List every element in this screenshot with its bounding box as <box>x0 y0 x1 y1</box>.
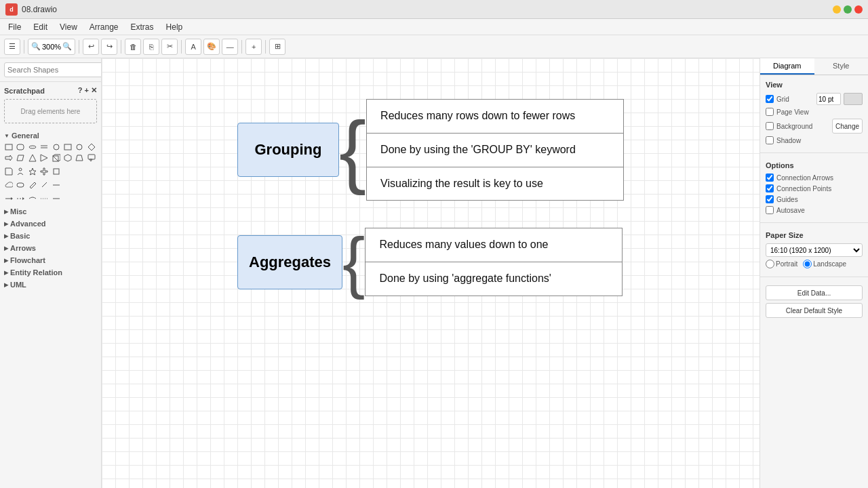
search-input[interactable] <box>4 62 102 77</box>
shape-rtri[interactable] <box>39 153 49 163</box>
shape-arrow3[interactable] <box>28 194 37 203</box>
copy-btn[interactable]: ⎘ <box>143 39 159 55</box>
grid-color-swatch[interactable] <box>844 93 863 105</box>
shape-rect3[interactable] <box>52 167 61 176</box>
redo-btn[interactable]: ↪ <box>101 39 117 55</box>
aggregates-item-1[interactable]: Done by using 'aggregate functions' <box>365 262 623 296</box>
shape-arrow1[interactable] <box>4 194 14 203</box>
shape-pencil[interactable] <box>28 180 37 190</box>
shape-term[interactable] <box>16 180 25 190</box>
delete-btn[interactable]: 🗑 <box>125 39 141 55</box>
maximize-btn[interactable] <box>844 5 852 14</box>
tab-style[interactable]: Style <box>814 58 869 75</box>
shape-rect2[interactable] <box>63 142 73 152</box>
background-change-btn[interactable]: Change <box>832 119 863 134</box>
shape-pen[interactable] <box>39 180 49 190</box>
paper-size-select[interactable]: 16:10 (1920 x 1200) <box>766 243 863 257</box>
pageview-checkbox[interactable] <box>766 108 774 116</box>
shape-callout[interactable] <box>87 153 96 163</box>
portrait-radio[interactable] <box>766 260 774 268</box>
shape-arrow-right[interactable] <box>4 153 14 163</box>
grouping-label[interactable]: Grouping <box>237 123 339 177</box>
shape-circle[interactable] <box>52 142 61 152</box>
svg-rect-8 <box>64 144 71 150</box>
grouping-item-0[interactable]: Reduces many rows down to fewer rows <box>366 99 624 134</box>
zoom-out-btn[interactable]: 🔍 <box>31 42 41 51</box>
scratchpad-header[interactable]: Scratchpad ? + ✕ <box>4 85 97 96</box>
clear-default-btn[interactable]: Clear Default Style <box>766 303 863 318</box>
line-btn[interactable]: — <box>222 39 238 55</box>
shape-note[interactable] <box>4 167 14 176</box>
edit-data-btn[interactable]: Edit Data... <box>766 285 863 300</box>
category-arrows[interactable]: Arrows <box>0 241 101 253</box>
minimize-btn[interactable] <box>833 5 841 14</box>
shape-arrow2[interactable] <box>16 194 25 203</box>
aggregates-label[interactable]: Aggregates <box>237 235 342 289</box>
shape-ellipse-h[interactable] <box>28 142 37 152</box>
grid-value-input[interactable] <box>816 93 841 105</box>
category-basic[interactable]: Basic <box>0 229 101 241</box>
shape-arrow4[interactable] <box>39 194 49 203</box>
cut-btn[interactable]: ✂ <box>161 39 178 55</box>
scratchpad-close-icon[interactable]: ✕ <box>91 86 97 95</box>
autosave-checkbox[interactable] <box>766 206 774 214</box>
scratchpad-help-icon[interactable]: ? <box>78 86 83 95</box>
shape-cloud[interactable] <box>4 180 14 190</box>
close-btn[interactable] <box>854 5 863 14</box>
menu-view[interactable]: View <box>54 21 83 33</box>
menu-arrange[interactable]: Arrange <box>84 21 124 33</box>
shape-rounded-rect[interactable] <box>16 142 25 152</box>
category-flowchart[interactable]: Flowchart <box>0 253 101 266</box>
format-btn[interactable]: A <box>185 39 201 55</box>
shape-triangle[interactable] <box>28 153 37 163</box>
sidebar-toggle-btn[interactable]: ☰ <box>4 39 20 55</box>
shape-line[interactable] <box>52 180 61 190</box>
shape-diamond[interactable] <box>87 142 96 152</box>
menubar: File Edit View Arrange Extras Help <box>0 19 868 35</box>
category-uml[interactable]: UML <box>0 278 101 290</box>
shape-person[interactable] <box>16 167 25 176</box>
shape-arrow5[interactable] <box>52 194 61 203</box>
landscape-radio[interactable] <box>803 260 812 268</box>
main-layout: 🔍 Scratchpad ? + ✕ Drag elements here Ge… <box>0 58 868 488</box>
undo-btn[interactable]: ↩ <box>83 39 99 55</box>
category-misc[interactable]: Misc <box>0 205 101 217</box>
grouping-item-2[interactable]: Visualizing the result is key to use <box>366 167 624 201</box>
scratchpad-add-icon[interactable]: + <box>85 86 89 95</box>
shape-circle2[interactable] <box>75 142 84 152</box>
shape-star[interactable] <box>28 167 37 176</box>
conn-points-checkbox[interactable] <box>766 184 774 192</box>
shadow-checkbox[interactable] <box>766 136 774 144</box>
guides-checkbox[interactable] <box>766 195 774 203</box>
conn-arrows-checkbox[interactable] <box>766 174 774 182</box>
canvas-area[interactable]: Grouping { Reduces many rows down to few… <box>102 58 760 488</box>
conn-points-row: Connection Points <box>766 184 863 192</box>
shape-para[interactable] <box>16 153 25 163</box>
aggregates-item-0[interactable]: Reduces many values down to one <box>365 228 623 262</box>
background-row: Background Change <box>766 119 863 134</box>
svg-text:d: d <box>9 6 14 13</box>
menu-file[interactable]: File <box>3 21 26 33</box>
grid-checkbox[interactable] <box>766 95 774 103</box>
color-btn[interactable]: 🎨 <box>203 39 220 55</box>
category-advanced[interactable]: Advanced <box>0 217 101 229</box>
zoom-in-btn[interactable]: 🔍 <box>62 42 72 51</box>
shape-rect[interactable] <box>4 142 14 152</box>
category-entity-relation[interactable]: Entity Relation <box>0 266 101 278</box>
menu-help[interactable]: Help <box>161 21 189 33</box>
shape-trapez[interactable] <box>75 153 84 163</box>
menu-edit[interactable]: Edit <box>28 21 53 33</box>
insert-btn[interactable]: + <box>245 39 262 55</box>
shape-cross[interactable] <box>39 167 49 176</box>
toolbar-sep-4 <box>181 40 182 54</box>
category-general[interactable]: General <box>0 129 101 141</box>
grouping-item-1[interactable]: Done by using the 'GROUP BY' keyword <box>366 134 624 167</box>
background-checkbox[interactable] <box>766 122 774 130</box>
shape-hex[interactable] <box>63 153 73 163</box>
table-btn[interactable]: ⊞ <box>269 39 285 55</box>
shape-cube[interactable] <box>52 153 61 163</box>
tab-diagram[interactable]: Diagram <box>760 58 814 75</box>
menu-extras[interactable]: Extras <box>125 21 159 33</box>
svg-rect-25 <box>17 183 24 187</box>
shape-lines[interactable] <box>39 142 49 152</box>
